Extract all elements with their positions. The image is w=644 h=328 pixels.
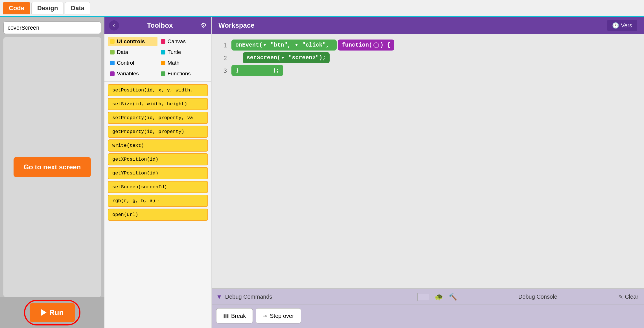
canvas-label: Canvas [168, 38, 186, 45]
category-variables[interactable]: Variables [108, 69, 157, 78]
block-rgb[interactable]: rgb(r, g, b, a) ← [108, 195, 208, 207]
line-num-3: 3 [218, 65, 227, 75]
line-num-1: 1 [218, 40, 227, 49]
data-label: Data [117, 49, 128, 55]
category-control[interactable]: Control [108, 58, 157, 68]
clear-label: Clear [625, 294, 638, 300]
debug-commands-label: Debug Commands [225, 294, 272, 300]
category-canvas[interactable]: Canvas [159, 37, 208, 46]
turtle-debug-icon: 🐢 [435, 293, 443, 301]
run-play-icon [41, 309, 47, 316]
math-label: Math [168, 60, 179, 66]
category-data[interactable]: Data [108, 47, 157, 57]
left-panel: coverScreen Go to next screen Run [0, 17, 104, 328]
version-label: Vers [621, 22, 632, 29]
control-dot [110, 61, 115, 65]
tab-design[interactable]: Design [31, 2, 64, 14]
toolbox-blocks: setPosition(id, x, y, width, setSize(id,… [104, 82, 211, 328]
turtle-label: Turtle [168, 49, 181, 55]
category-ui-controls[interactable]: UI controls [108, 37, 157, 46]
run-button-container: Run [24, 300, 81, 325]
step-over-button[interactable]: ⇥ Step over [256, 308, 301, 323]
block-getyposition[interactable]: getYPosition(id) [108, 167, 208, 179]
debug-buttons: ▮▮ Break ⇥ Step over [212, 305, 644, 327]
workspace-title: Workspace [218, 21, 255, 29]
run-area: Run [0, 297, 104, 328]
pause-icon: ▮▮ [223, 313, 229, 319]
debug-separator: ⋮ [418, 294, 429, 300]
category-math[interactable]: Math [159, 58, 208, 68]
version-button[interactable]: 🕐 Vers [607, 20, 637, 31]
tab-code[interactable]: Code [3, 2, 30, 14]
variables-label: Variables [117, 71, 139, 77]
code-line-1: 1 onEvent(▼ "btn", ▼ "click", function()… [218, 40, 637, 51]
block-setproperty[interactable]: setProperty(id, property, va [108, 112, 208, 124]
category-functions[interactable]: Functions [159, 69, 208, 78]
top-bar: Code Design Data [0, 0, 644, 17]
workspace-area[interactable]: 1 onEvent(▼ "btn", ▼ "click", function()… [212, 34, 644, 288]
block-setscreen[interactable]: setScreen(screenId) [108, 181, 208, 193]
clear-button[interactable]: ✎ Clear [618, 294, 638, 300]
toolbox-panel: ‹ Toolbox ⚙ UI controls Canvas Data Turt… [104, 17, 212, 328]
category-turtle[interactable]: Turtle [159, 47, 208, 57]
break-label: Break [231, 313, 246, 319]
block-open[interactable]: open(url) [108, 209, 208, 221]
debug-chevron-icon[interactable]: ▼ [216, 293, 222, 301]
screen-selector: coverScreen [3, 21, 101, 34]
screen-dropdown[interactable]: coverScreen [3, 21, 101, 34]
ui-controls-dot [110, 39, 115, 44]
closing-block[interactable]: } ); [231, 65, 283, 76]
toolbox-categories: UI controls Canvas Data Turtle Control M… [104, 34, 211, 82]
pencil-icon: ✎ [618, 294, 623, 300]
code-line-3: 3 } ); [218, 65, 637, 76]
debug-left-header: ▼ Debug Commands [212, 293, 418, 301]
functions-dot [161, 71, 165, 76]
clock-icon: 🕐 [612, 22, 619, 29]
setscreen-block[interactable]: setScreen(▼ "screen2"); [243, 52, 330, 63]
run-button[interactable]: Run [30, 303, 75, 322]
onevent-block[interactable]: onEvent(▼ "btn", ▼ "click", [231, 40, 337, 51]
code-block-row-3: } ); [231, 65, 283, 76]
main-content: coverScreen Go to next screen Run ‹ Tool… [0, 17, 644, 328]
hammer-debug-icon: 🔨 [449, 293, 457, 301]
debug-area: ▼ Debug Commands ⋮ 🐢 🔨 Debug Console ✎ C… [212, 288, 644, 328]
step-over-icon: ⇥ [263, 312, 268, 319]
ui-controls-label: UI controls [117, 38, 145, 45]
block-setposition[interactable]: setPosition(id, x, y, width, [108, 84, 208, 96]
math-dot [161, 61, 165, 65]
step-over-label: Step over [270, 313, 294, 319]
debug-console-label: Debug Console [518, 294, 557, 300]
debug-icons: 🐢 🔨 [435, 293, 457, 301]
debug-right-header: 🐢 🔨 Debug Console ✎ Clear [429, 293, 644, 301]
functions-label: Functions [168, 71, 191, 77]
code-block-row-2: setScreen(▼ "screen2"); [231, 52, 330, 63]
chevron-left-icon[interactable]: ‹ [109, 20, 119, 30]
code-block-row-1: onEvent(▼ "btn", ▼ "click", function() { [231, 40, 394, 51]
variables-dot [110, 71, 115, 76]
function-block[interactable]: function() { [338, 40, 394, 51]
toolbox-header: ‹ Toolbox ⚙ [104, 17, 211, 34]
canvas-dot [161, 39, 165, 44]
screen-preview: Go to next screen [3, 37, 101, 297]
control-label: Control [117, 60, 134, 66]
run-label: Run [49, 308, 64, 317]
tab-data[interactable]: Data [65, 2, 90, 14]
toolbox-title: Toolbox [147, 21, 173, 29]
block-setsize[interactable]: setSize(id, width, height) [108, 98, 208, 110]
block-getproperty[interactable]: getProperty(id, property) [108, 126, 208, 138]
break-button[interactable]: ▮▮ Break [216, 308, 253, 323]
line-num-2: 2 [218, 52, 227, 62]
drag-handle-icon: ⋮ [420, 294, 426, 300]
code-line-2: 2 setScreen(▼ "screen2"); [218, 52, 637, 63]
workspace-header: Workspace 🕐 Vers [212, 17, 644, 34]
data-dot [110, 50, 115, 54]
debug-header: ▼ Debug Commands ⋮ 🐢 🔨 Debug Console ✎ C… [212, 289, 644, 305]
workspace-panel: Workspace 🕐 Vers 1 onEvent(▼ "btn", ▼ "c… [212, 17, 644, 328]
go-to-next-screen-button[interactable]: Go to next screen [14, 157, 91, 177]
block-getxposition[interactable]: getXPosition(id) [108, 153, 208, 165]
block-write-text[interactable]: write(text) [108, 139, 208, 152]
gear-icon[interactable]: ⚙ [201, 21, 207, 29]
turtle-dot [161, 50, 165, 54]
